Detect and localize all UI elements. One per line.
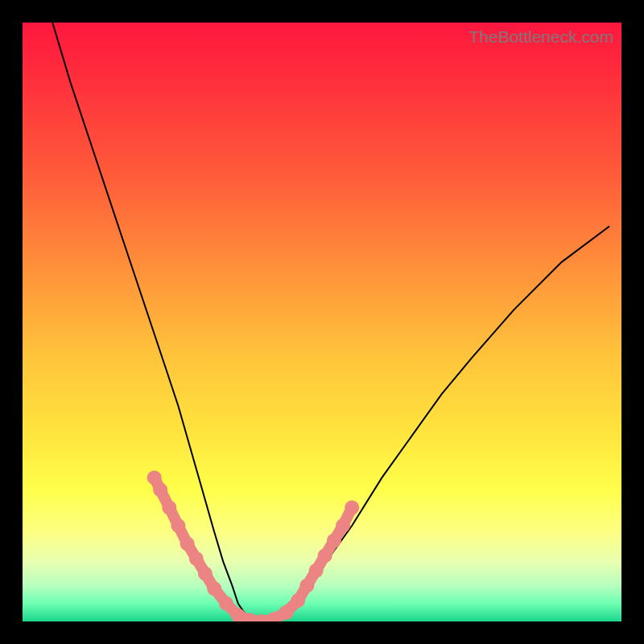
marker-dot — [345, 501, 359, 515]
curve-markers — [147, 470, 360, 621]
marker-dot — [171, 518, 185, 533]
marker-dot — [162, 501, 176, 515]
marker-dot — [198, 567, 213, 581]
bottleneck-curve — [52, 23, 609, 621]
marker-dot — [299, 578, 314, 592]
marker-dot — [279, 605, 293, 620]
marker-dot — [207, 581, 221, 596]
marker-dot — [180, 536, 195, 551]
marker-dot — [309, 564, 324, 578]
bottleneck-chart — [23, 23, 621, 621]
marker-dot — [291, 593, 305, 608]
chart-plot-area: TheBottleneck.com — [23, 23, 621, 621]
marker-dot — [219, 597, 233, 611]
marker-dot — [318, 548, 332, 563]
marker-dot — [336, 518, 350, 533]
marker-dot — [189, 551, 204, 566]
marker-dot — [153, 482, 167, 497]
marker-dot — [327, 534, 341, 548]
